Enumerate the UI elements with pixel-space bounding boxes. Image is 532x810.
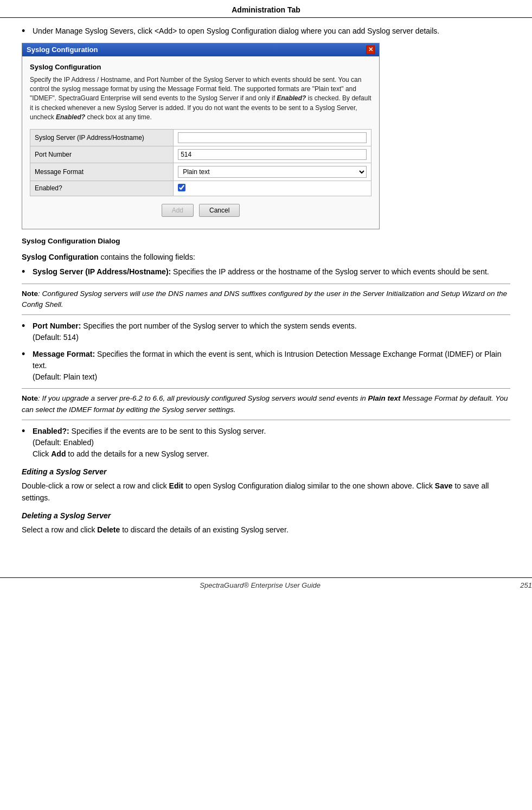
note-label-2: Note (22, 394, 38, 402)
intro-bullet: • Under Manage Syslog Severs, click <Add… (22, 25, 510, 37)
cancel-button[interactable]: Cancel (199, 204, 240, 217)
bullet-syslog-server: • Syslog Server (IP Address/Hostname): S… (22, 266, 510, 278)
syslog-server-input[interactable] (178, 132, 367, 143)
note-label-1: Note (22, 290, 38, 298)
bullet-port-number: • Port Number: Specifies the port number… (22, 320, 510, 343)
note-block-1: Note: Configured Syslog servers will use… (22, 284, 510, 316)
dialog-titlebar: Syslog Configuration ✕ (22, 43, 379, 56)
field-label-message-format: Message Format (30, 163, 174, 181)
page-header: Administration Tab (0, 0, 532, 18)
bullet-syslog-server-text: Syslog Server (IP Address/Hostname): Spe… (33, 266, 510, 278)
bullet-dot-2: • (22, 266, 33, 278)
bullet-dot-5: • (22, 426, 33, 460)
note-text-1: : Configured Syslog servers will use the… (22, 290, 507, 308)
field-value-message-format: Plain text IDMEF (174, 163, 371, 181)
field-row-port: Port Number (30, 146, 371, 163)
add-inline-label: Add (51, 449, 66, 458)
page-footer: SpectraGuard® Enterprise User Guide 251 (0, 577, 532, 589)
edit-inline-label: Edit (169, 481, 183, 490)
main-content: • Under Manage Syslog Severs, click <Add… (0, 25, 532, 561)
note-block-2: Note: If you upgrade a server pre-6.2 to… (22, 388, 510, 420)
bullet-enabled: • Enabled?: Specifies if the events are … (22, 426, 510, 460)
dialog-caption: Syslog Configuration Dialog (22, 237, 510, 245)
port-number-label: Port Number: (33, 322, 81, 330)
bullet-dot-3: • (22, 320, 33, 343)
field-label-enabled: Enabled? (30, 181, 174, 196)
bullet-enabled-text: Enabled?: Specifies if the events are to… (33, 426, 510, 460)
bullet-message-format: • Message Format: Specifies the format i… (22, 349, 510, 383)
dialog-close-button[interactable]: ✕ (366, 46, 375, 54)
delete-inline-label: Delete (97, 525, 120, 534)
port-number-input[interactable] (178, 149, 367, 160)
syslog-server-label: Syslog Server (IP Address/Hostname): (33, 267, 171, 276)
add-button[interactable]: Add (162, 204, 194, 217)
deleting-heading: Deleting a Syslog Server (22, 511, 510, 520)
dialog-inner-title: Syslog Configuration (30, 63, 371, 71)
intro-bullet-text: Under Manage Syslog Severs, click <Add> … (33, 25, 510, 37)
bullet-dot-4: • (22, 349, 33, 383)
field-value-port (174, 146, 371, 163)
note-text-2: : If you upgrade a server pre-6.2 to 6.6… (22, 394, 508, 413)
bullet-port-text: Port Number: Specifies the port number o… (33, 320, 510, 343)
message-format-select[interactable]: Plain text IDMEF (178, 166, 367, 178)
page-header-title: Administration Tab (232, 5, 300, 14)
editing-para: Double-click a row or select a row and c… (22, 480, 510, 504)
footer-text: SpectraGuard® Enterprise User Guide (200, 581, 321, 589)
field-value-syslog-server (174, 129, 371, 146)
message-format-label: Message Format: (33, 350, 95, 358)
body-para-intro: Syslog Configuration contains the follow… (22, 252, 510, 263)
field-row-enabled: Enabled? (30, 181, 371, 196)
enabled-label: Enabled?: (33, 427, 69, 435)
dialog-buttons: Add Cancel (30, 204, 371, 222)
field-value-enabled (174, 181, 371, 196)
dialog-description: Specify the IP Address / Hostname, and P… (30, 75, 371, 123)
field-label-port: Port Number (30, 146, 174, 163)
page-number: 251 (520, 581, 532, 589)
enabled-checkbox[interactable] (178, 184, 185, 191)
bullet-dot: • (22, 25, 33, 37)
dialog-title: Syslog Configuration (27, 46, 98, 54)
deleting-para: Select a row and click Delete to discard… (22, 524, 510, 536)
save-inline-label: Save (435, 481, 453, 490)
body-para-intro-text: contains the following fields: (100, 253, 195, 261)
field-label-syslog-server: Syslog Server (IP Address/Hostname) (30, 129, 174, 146)
syslog-config-label: Syslog Configuration (22, 253, 99, 261)
dialog-screenshot: Syslog Configuration ✕ Syslog Configurat… (22, 43, 380, 229)
bullet-message-format-text: Message Format: Specifies the format in … (33, 349, 510, 383)
editing-heading: Editing a Syslog Server (22, 467, 510, 476)
field-row-message-format: Message Format Plain text IDMEF (30, 163, 371, 181)
dialog-body: Syslog Configuration Specify the IP Addr… (22, 56, 379, 229)
field-row-syslog-server: Syslog Server (IP Address/Hostname) (30, 129, 371, 146)
form-table: Syslog Server (IP Address/Hostname) Port… (30, 129, 371, 196)
